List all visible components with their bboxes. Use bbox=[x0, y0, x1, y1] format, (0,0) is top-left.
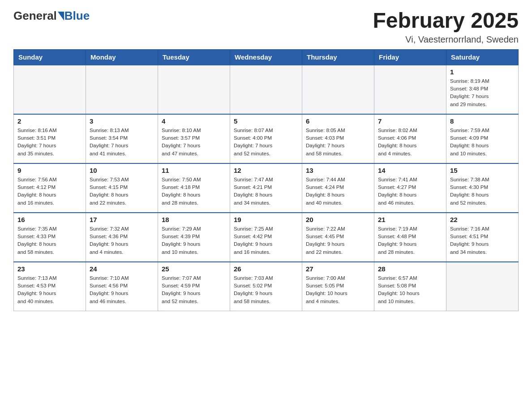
day-info: Sunrise: 8:13 AM Sunset: 3:54 PM Dayligh… bbox=[90, 127, 154, 158]
calendar-cell bbox=[446, 262, 519, 311]
day-number: 16 bbox=[17, 216, 82, 223]
weekday-header-saturday: Saturday bbox=[446, 49, 519, 65]
day-number: 17 bbox=[90, 216, 154, 223]
calendar-cell: 26Sunrise: 7:03 AM Sunset: 5:02 PM Dayli… bbox=[230, 262, 302, 311]
calendar-cell: 15Sunrise: 7:38 AM Sunset: 4:30 PM Dayli… bbox=[446, 163, 519, 213]
calendar-cell bbox=[230, 65, 302, 114]
calendar-cell: 25Sunrise: 7:07 AM Sunset: 4:59 PM Dayli… bbox=[158, 262, 230, 311]
day-info: Sunrise: 7:32 AM Sunset: 4:36 PM Dayligh… bbox=[90, 225, 154, 256]
day-info: Sunrise: 8:19 AM Sunset: 3:48 PM Dayligh… bbox=[450, 77, 515, 108]
day-number: 10 bbox=[90, 167, 154, 174]
calendar-cell: 17Sunrise: 7:32 AM Sunset: 4:36 PM Dayli… bbox=[86, 213, 158, 262]
day-info: Sunrise: 7:44 AM Sunset: 4:24 PM Dayligh… bbox=[306, 176, 370, 207]
logo-blue-text: Blue bbox=[64, 9, 90, 23]
day-info: Sunrise: 7:47 AM Sunset: 4:21 PM Dayligh… bbox=[234, 176, 298, 207]
day-number: 18 bbox=[162, 216, 226, 223]
calendar-cell: 27Sunrise: 7:00 AM Sunset: 5:05 PM Dayli… bbox=[302, 262, 374, 311]
calendar-cell: 5Sunrise: 8:07 AM Sunset: 4:00 PM Daylig… bbox=[230, 114, 302, 163]
calendar-cell bbox=[302, 65, 374, 114]
day-number: 13 bbox=[306, 167, 370, 174]
calendar-cell: 10Sunrise: 7:53 AM Sunset: 4:15 PM Dayli… bbox=[86, 163, 158, 213]
calendar-cell: 13Sunrise: 7:44 AM Sunset: 4:24 PM Dayli… bbox=[302, 163, 374, 213]
day-info: Sunrise: 8:02 AM Sunset: 4:06 PM Dayligh… bbox=[378, 127, 442, 158]
day-info: Sunrise: 7:53 AM Sunset: 4:15 PM Dayligh… bbox=[90, 176, 154, 207]
day-info: Sunrise: 7:59 AM Sunset: 4:09 PM Dayligh… bbox=[450, 127, 515, 158]
day-info: Sunrise: 8:10 AM Sunset: 3:57 PM Dayligh… bbox=[162, 127, 226, 158]
calendar-cell bbox=[86, 65, 158, 114]
day-info: Sunrise: 7:03 AM Sunset: 5:02 PM Dayligh… bbox=[234, 274, 298, 305]
weekday-header-row: SundayMondayTuesdayWednesdayThursdayFrid… bbox=[14, 49, 519, 65]
day-number: 5 bbox=[234, 117, 298, 125]
weekday-header-sunday: Sunday bbox=[14, 49, 86, 65]
day-number: 21 bbox=[378, 216, 442, 223]
month-title: February 2025 bbox=[373, 9, 519, 33]
day-number: 26 bbox=[234, 265, 298, 273]
day-info: Sunrise: 7:16 AM Sunset: 4:51 PM Dayligh… bbox=[450, 225, 515, 256]
day-info: Sunrise: 7:41 AM Sunset: 4:27 PM Dayligh… bbox=[378, 176, 442, 207]
weekday-header-wednesday: Wednesday bbox=[230, 49, 302, 65]
logo-arrow-icon bbox=[58, 12, 64, 21]
calendar-table: SundayMondayTuesdayWednesdayThursdayFrid… bbox=[13, 49, 519, 312]
day-number: 23 bbox=[17, 265, 82, 273]
day-info: Sunrise: 7:35 AM Sunset: 4:33 PM Dayligh… bbox=[17, 225, 82, 256]
weekday-header-friday: Friday bbox=[374, 49, 446, 65]
week-row-4: 16Sunrise: 7:35 AM Sunset: 4:33 PM Dayli… bbox=[14, 213, 519, 262]
calendar-cell: 7Sunrise: 8:02 AM Sunset: 4:06 PM Daylig… bbox=[374, 114, 446, 163]
day-number: 2 bbox=[17, 117, 82, 125]
day-info: Sunrise: 7:07 AM Sunset: 4:59 PM Dayligh… bbox=[162, 274, 226, 305]
calendar-cell: 14Sunrise: 7:41 AM Sunset: 4:27 PM Dayli… bbox=[374, 163, 446, 213]
calendar-cell: 28Sunrise: 6:57 AM Sunset: 5:08 PM Dayli… bbox=[374, 262, 446, 311]
logo: General Blue bbox=[13, 9, 90, 23]
week-row-1: 1Sunrise: 8:19 AM Sunset: 3:48 PM Daylig… bbox=[14, 65, 519, 114]
day-info: Sunrise: 7:19 AM Sunset: 4:48 PM Dayligh… bbox=[378, 225, 442, 256]
calendar-cell: 21Sunrise: 7:19 AM Sunset: 4:48 PM Dayli… bbox=[374, 213, 446, 262]
weekday-header-monday: Monday bbox=[86, 49, 158, 65]
day-info: Sunrise: 7:29 AM Sunset: 4:39 PM Dayligh… bbox=[162, 225, 226, 256]
day-number: 22 bbox=[450, 216, 515, 223]
day-number: 9 bbox=[17, 167, 82, 174]
calendar-cell: 12Sunrise: 7:47 AM Sunset: 4:21 PM Dayli… bbox=[230, 163, 302, 213]
day-number: 14 bbox=[378, 167, 442, 174]
calendar-cell: 8Sunrise: 7:59 AM Sunset: 4:09 PM Daylig… bbox=[446, 114, 519, 163]
week-row-3: 9Sunrise: 7:56 AM Sunset: 4:12 PM Daylig… bbox=[14, 163, 519, 213]
week-row-2: 2Sunrise: 8:16 AM Sunset: 3:51 PM Daylig… bbox=[14, 114, 519, 163]
calendar-cell: 1Sunrise: 8:19 AM Sunset: 3:48 PM Daylig… bbox=[446, 65, 519, 114]
day-info: Sunrise: 8:07 AM Sunset: 4:00 PM Dayligh… bbox=[234, 127, 298, 158]
calendar-cell: 24Sunrise: 7:10 AM Sunset: 4:56 PM Dayli… bbox=[86, 262, 158, 311]
page-header: General Blue February 2025 Vi, Vaesterno… bbox=[13, 9, 519, 45]
calendar-cell: 11Sunrise: 7:50 AM Sunset: 4:18 PM Dayli… bbox=[158, 163, 230, 213]
day-number: 28 bbox=[378, 265, 442, 273]
week-row-5: 23Sunrise: 7:13 AM Sunset: 4:53 PM Dayli… bbox=[14, 262, 519, 311]
day-info: Sunrise: 7:50 AM Sunset: 4:18 PM Dayligh… bbox=[162, 176, 226, 207]
day-number: 8 bbox=[450, 117, 515, 125]
day-info: Sunrise: 7:22 AM Sunset: 4:45 PM Dayligh… bbox=[306, 225, 370, 256]
calendar-cell: 9Sunrise: 7:56 AM Sunset: 4:12 PM Daylig… bbox=[14, 163, 86, 213]
day-info: Sunrise: 7:38 AM Sunset: 4:30 PM Dayligh… bbox=[450, 176, 515, 207]
day-number: 6 bbox=[306, 117, 370, 125]
day-number: 25 bbox=[162, 265, 226, 273]
day-number: 11 bbox=[162, 167, 226, 174]
calendar-cell: 20Sunrise: 7:22 AM Sunset: 4:45 PM Dayli… bbox=[302, 213, 374, 262]
location-text: Vi, Vaesternorrland, Sweden bbox=[373, 34, 519, 45]
calendar-cell: 22Sunrise: 7:16 AM Sunset: 4:51 PM Dayli… bbox=[446, 213, 519, 262]
day-info: Sunrise: 7:13 AM Sunset: 4:53 PM Dayligh… bbox=[17, 274, 82, 305]
day-info: Sunrise: 7:25 AM Sunset: 4:42 PM Dayligh… bbox=[234, 225, 298, 256]
day-info: Sunrise: 7:10 AM Sunset: 4:56 PM Dayligh… bbox=[90, 274, 154, 305]
weekday-header-tuesday: Tuesday bbox=[158, 49, 230, 65]
day-number: 15 bbox=[450, 167, 515, 174]
calendar-cell bbox=[158, 65, 230, 114]
title-section: February 2025 Vi, Vaesternorrland, Swede… bbox=[373, 9, 519, 45]
calendar-cell: 16Sunrise: 7:35 AM Sunset: 4:33 PM Dayli… bbox=[14, 213, 86, 262]
day-number: 12 bbox=[234, 167, 298, 174]
calendar-cell bbox=[374, 65, 446, 114]
day-number: 19 bbox=[234, 216, 298, 223]
calendar-cell: 4Sunrise: 8:10 AM Sunset: 3:57 PM Daylig… bbox=[158, 114, 230, 163]
day-number: 20 bbox=[306, 216, 370, 223]
day-info: Sunrise: 8:16 AM Sunset: 3:51 PM Dayligh… bbox=[17, 127, 82, 158]
calendar-cell: 23Sunrise: 7:13 AM Sunset: 4:53 PM Dayli… bbox=[14, 262, 86, 311]
day-info: Sunrise: 6:57 AM Sunset: 5:08 PM Dayligh… bbox=[378, 274, 442, 305]
day-number: 7 bbox=[378, 117, 442, 125]
calendar-cell: 19Sunrise: 7:25 AM Sunset: 4:42 PM Dayli… bbox=[230, 213, 302, 262]
calendar-cell: 6Sunrise: 8:05 AM Sunset: 4:03 PM Daylig… bbox=[302, 114, 374, 163]
day-number: 1 bbox=[450, 68, 515, 76]
